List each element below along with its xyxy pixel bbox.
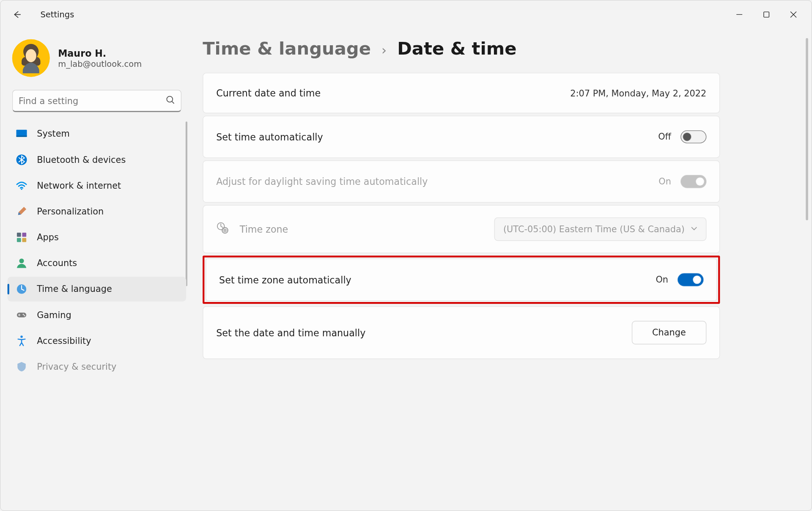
sidebar-item-system[interactable]: System bbox=[8, 121, 187, 146]
bluetooth-icon bbox=[16, 154, 27, 166]
chevron-down-icon bbox=[691, 224, 698, 234]
sidebar-item-accounts[interactable]: Accounts bbox=[8, 251, 187, 275]
wifi-icon bbox=[16, 180, 27, 192]
manual-datetime-label: Set the date and time manually bbox=[216, 327, 631, 338]
current-datetime-label: Current date and time bbox=[216, 88, 570, 99]
sidebar-item-network[interactable]: Network & internet bbox=[8, 173, 187, 198]
timezone-label: Time zone bbox=[240, 224, 484, 235]
timezone-select: (UTC-05:00) Eastern Time (US & Canada) bbox=[494, 217, 706, 241]
user-name: Mauro H. bbox=[58, 48, 142, 59]
sidebar-item-label: Gaming bbox=[37, 310, 71, 320]
titlebar: Settings bbox=[0, 0, 812, 29]
back-button[interactable] bbox=[8, 5, 26, 24]
timezone-row: Time zone (UTC-05:00) Eastern Time (US &… bbox=[203, 205, 720, 253]
paintbrush-icon bbox=[16, 206, 27, 217]
svg-rect-9 bbox=[22, 233, 26, 237]
maximize-button[interactable] bbox=[753, 5, 780, 24]
sidebar-item-label: Time & language bbox=[37, 284, 112, 294]
sidebar-item-label: Privacy & security bbox=[37, 361, 116, 372]
set-tz-auto-state: On bbox=[656, 275, 668, 285]
sidebar-item-label: Personalization bbox=[37, 206, 104, 217]
svg-point-16 bbox=[24, 315, 25, 316]
sidebar-item-label: Bluetooth & devices bbox=[37, 154, 126, 165]
set-time-auto-label: Set time automatically bbox=[216, 131, 658, 142]
svg-rect-8 bbox=[17, 233, 21, 237]
sidebar-item-personalization[interactable]: Personalization bbox=[8, 199, 187, 224]
sidebar-item-label: Accessibility bbox=[37, 335, 91, 346]
system-icon bbox=[16, 128, 27, 140]
minimize-button[interactable] bbox=[726, 5, 753, 24]
clock-globe-icon bbox=[216, 222, 229, 237]
sidebar: Mauro H. m_lab@outlook.com System bbox=[0, 29, 189, 511]
sidebar-item-apps[interactable]: Apps bbox=[8, 225, 187, 250]
sidebar-item-time-language[interactable]: Time & language bbox=[8, 277, 187, 301]
current-datetime-value: 2:07 PM, Monday, May 2, 2022 bbox=[570, 88, 706, 98]
breadcrumb-parent[interactable]: Time & language bbox=[203, 38, 371, 59]
timezone-value: (UTC-05:00) Eastern Time (US & Canada) bbox=[503, 224, 685, 234]
dst-state: On bbox=[658, 176, 671, 187]
set-time-auto-state: Off bbox=[658, 132, 671, 142]
svg-point-17 bbox=[20, 335, 23, 338]
sidebar-item-bluetooth[interactable]: Bluetooth & devices bbox=[8, 148, 187, 172]
close-button[interactable] bbox=[780, 5, 807, 24]
person-icon bbox=[16, 257, 27, 269]
avatar bbox=[12, 39, 50, 77]
clock-globe-icon bbox=[16, 283, 27, 295]
set-tz-auto-label: Set time zone automatically bbox=[219, 274, 656, 285]
breadcrumb: Time & language › Date & time bbox=[203, 38, 800, 59]
sidebar-item-label: Apps bbox=[37, 232, 59, 243]
sidebar-item-label: Accounts bbox=[37, 258, 77, 269]
shield-icon bbox=[16, 361, 27, 373]
sidebar-item-privacy[interactable]: Privacy & security bbox=[8, 354, 187, 379]
set-tz-auto-toggle[interactable] bbox=[678, 273, 703, 286]
set-time-auto-toggle[interactable] bbox=[680, 130, 706, 143]
search-input[interactable] bbox=[19, 95, 166, 106]
sidebar-item-gaming[interactable]: Gaming bbox=[8, 302, 187, 327]
user-email: m_lab@outlook.com bbox=[58, 59, 142, 68]
svg-point-2 bbox=[26, 49, 36, 62]
chevron-right-icon: › bbox=[381, 43, 387, 58]
svg-point-3 bbox=[167, 96, 173, 102]
page-title: Date & time bbox=[397, 38, 516, 59]
sidebar-item-label: System bbox=[37, 129, 70, 139]
accessibility-icon bbox=[16, 335, 27, 347]
nav-list: System Bluetooth & devices Network & int… bbox=[8, 121, 187, 379]
gamepad-icon bbox=[16, 309, 27, 321]
sidebar-item-accessibility[interactable]: Accessibility bbox=[8, 329, 187, 353]
current-datetime-row: Current date and time 2:07 PM, Monday, M… bbox=[203, 73, 720, 113]
dst-label: Adjust for daylight saving time automati… bbox=[216, 176, 658, 187]
dst-row: Adjust for daylight saving time automati… bbox=[203, 160, 720, 203]
change-button[interactable]: Change bbox=[631, 321, 706, 345]
search-icon bbox=[166, 95, 175, 107]
svg-point-12 bbox=[19, 258, 24, 263]
set-time-auto-row: Set time automatically Off bbox=[203, 115, 720, 158]
main-scrollbar[interactable] bbox=[806, 38, 808, 220]
apps-icon bbox=[16, 231, 27, 243]
svg-rect-0 bbox=[764, 12, 769, 17]
svg-point-15 bbox=[23, 314, 24, 315]
window-title: Settings bbox=[41, 10, 74, 19]
svg-rect-11 bbox=[22, 238, 26, 242]
main-panel: Time & language › Date & time Current da… bbox=[189, 29, 812, 511]
manual-datetime-row: Set the date and time manually Change bbox=[203, 306, 720, 359]
sidebar-item-label: Network & internet bbox=[37, 180, 121, 191]
svg-point-7 bbox=[21, 189, 22, 190]
set-tz-auto-row: Set time zone automatically On bbox=[206, 258, 717, 301]
user-account-button[interactable]: Mauro H. m_lab@outlook.com bbox=[8, 33, 187, 88]
svg-rect-10 bbox=[17, 238, 21, 242]
highlight-annotation: Set time zone automatically On bbox=[203, 256, 720, 304]
search-box[interactable] bbox=[12, 90, 181, 112]
svg-rect-5 bbox=[16, 136, 27, 137]
dst-toggle bbox=[680, 175, 706, 188]
